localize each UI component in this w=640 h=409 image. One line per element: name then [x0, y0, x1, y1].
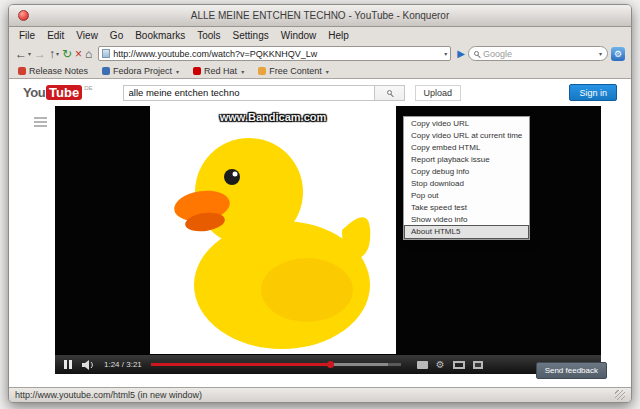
window-title: ALLE MEINE ENTCHEN TECHNO - YouTube - Ko… — [191, 10, 449, 21]
url-dropdown-icon[interactable]: ▾ — [444, 50, 447, 57]
free-content-icon — [258, 67, 266, 75]
go-icon: ▶ — [457, 49, 465, 59]
context-menu: Copy video URL Copy video URL at current… — [403, 116, 530, 240]
menu-view[interactable]: View — [70, 30, 104, 41]
context-menu-item[interactable]: Copy embed HTML — [405, 142, 528, 154]
bookmark-fedora-project[interactable]: Fedora Project▾ — [102, 66, 179, 76]
bookmarks-bar: Release Notes Fedora Project▾ Red Hat▾ F… — [9, 64, 631, 79]
chevron-down-icon: ▾ — [56, 51, 59, 57]
menu-window[interactable]: Window — [275, 30, 323, 41]
kde-gear-icon[interactable]: ⚙ — [611, 47, 625, 61]
chevron-down-icon: ▾ — [28, 51, 31, 57]
menu-tools[interactable]: Tools — [191, 30, 226, 41]
chevron-down-icon: ▾ — [326, 68, 329, 75]
websearch-input[interactable] — [483, 49, 594, 59]
theater-mode-icon[interactable] — [453, 361, 465, 369]
send-feedback-button[interactable]: Send feedback — [536, 362, 607, 379]
stop-button[interactable]: × — [75, 48, 82, 60]
youtube-logo[interactable]: YouTubeDE — [23, 85, 93, 100]
up-icon: ↑ — [49, 48, 55, 60]
home-icon: ⌂ — [85, 48, 92, 60]
time-display: 1:24 / 3:21 — [104, 360, 142, 369]
volume-icon[interactable] — [82, 360, 96, 370]
sign-in-button[interactable]: Sign in — [569, 84, 617, 101]
websearch-box[interactable]: ▾ — [468, 46, 608, 61]
reload-button[interactable]: ↻ — [62, 48, 72, 60]
chevron-down-icon: ▾ — [176, 68, 179, 75]
home-button[interactable]: ⌂ — [85, 48, 92, 60]
forward-icon: → — [34, 48, 46, 60]
logo-region: DE — [84, 85, 92, 91]
titlebar: ALLE MEINE ENTCHEN TECHNO - YouTube - Ko… — [9, 5, 631, 27]
context-menu-item[interactable]: Copy video URL — [405, 118, 528, 130]
release-notes-icon — [18, 67, 26, 75]
youtube-header: YouTubeDE Upload Sign in — [9, 79, 631, 106]
context-menu-item[interactable]: Show video info — [405, 214, 528, 226]
fullscreen-icon[interactable] — [473, 361, 483, 369]
menu-edit[interactable]: Edit — [41, 30, 70, 41]
cc-icon[interactable] — [417, 361, 428, 369]
menu-settings[interactable]: Settings — [227, 30, 275, 41]
forward-button[interactable]: → — [34, 48, 46, 60]
menubar: File Edit View Go Bookmarks Tools Settin… — [9, 27, 631, 43]
menu-bookmarks[interactable]: Bookmarks — [129, 30, 191, 41]
chevron-down-icon: ▾ — [241, 68, 244, 75]
url-input[interactable] — [113, 49, 440, 59]
search-icon — [474, 51, 479, 56]
context-menu-item[interactable]: Pop out — [405, 190, 528, 202]
menu-file[interactable]: File — [13, 30, 41, 41]
stop-icon: × — [75, 48, 82, 60]
watermark-text: www.Bandicam.com — [150, 111, 396, 123]
yt-search-form — [123, 85, 405, 101]
menu-go[interactable]: Go — [104, 30, 129, 41]
back-icon: ← — [15, 48, 27, 60]
back-button[interactable]: ←▾ — [15, 48, 31, 60]
reload-icon: ↻ — [62, 48, 72, 60]
context-menu-item[interactable]: Copy debug info — [405, 166, 528, 178]
status-text: http://www.youtube.com/html5 (in new win… — [15, 390, 202, 400]
rubber-duck-image — [157, 120, 389, 360]
upload-button[interactable]: Upload — [415, 85, 462, 101]
context-menu-item[interactable]: Copy video URL at current time — [405, 130, 528, 142]
search-dropdown-icon[interactable]: ▾ — [599, 50, 602, 57]
url-bar[interactable]: ▾ — [98, 46, 451, 61]
fedora-icon — [102, 67, 110, 75]
progress-bar[interactable] — [151, 363, 401, 366]
page-icon — [102, 49, 110, 58]
logo-tube: Tube — [46, 85, 82, 100]
video-player[interactable]: www.Bandicam.com 1:24 / 3:21 ⚙ Copy vide… — [55, 106, 601, 374]
context-menu-item[interactable]: Take speed test — [405, 202, 528, 214]
settings-gear-icon[interactable]: ⚙ — [436, 360, 445, 370]
player-controls: 1:24 / 3:21 ⚙ — [55, 354, 601, 374]
menu-help[interactable]: Help — [322, 30, 355, 41]
yt-search-button[interactable] — [375, 85, 405, 101]
pause-button[interactable] — [64, 360, 72, 369]
context-menu-item[interactable]: Report playback issue — [405, 154, 528, 166]
close-button[interactable] — [18, 10, 29, 21]
red-hat-icon — [193, 67, 201, 75]
context-menu-item-about-html5[interactable]: About HTML5 — [405, 226, 528, 238]
played-bar — [151, 363, 331, 366]
bookmark-release-notes[interactable]: Release Notes — [18, 66, 88, 76]
up-button[interactable]: ↑▾ — [49, 48, 59, 60]
bookmark-free-content[interactable]: Free Content▾ — [258, 66, 329, 76]
context-menu-item[interactable]: Stop download — [405, 178, 528, 190]
resize-grip[interactable] — [615, 390, 625, 400]
guide-menu-icon[interactable] — [34, 117, 47, 127]
bookmark-red-hat[interactable]: Red Hat▾ — [193, 66, 244, 76]
browser-viewport: YouTubeDE Upload Sign in — [9, 79, 631, 387]
logo-you: You — [23, 85, 45, 100]
yt-search-input[interactable] — [123, 85, 375, 101]
toolbar: ←▾ → ↑▾ ↻ × ⌂ ▾ ▶ ▾ ⚙ — [9, 43, 631, 64]
video-surface[interactable] — [150, 106, 396, 374]
search-icon — [387, 90, 392, 95]
konqueror-window: ALLE MEINE ENTCHEN TECHNO - YouTube - Ko… — [8, 4, 632, 403]
statusbar: http://www.youtube.com/html5 (in new win… — [9, 387, 631, 402]
go-button[interactable]: ▶ — [457, 49, 465, 59]
